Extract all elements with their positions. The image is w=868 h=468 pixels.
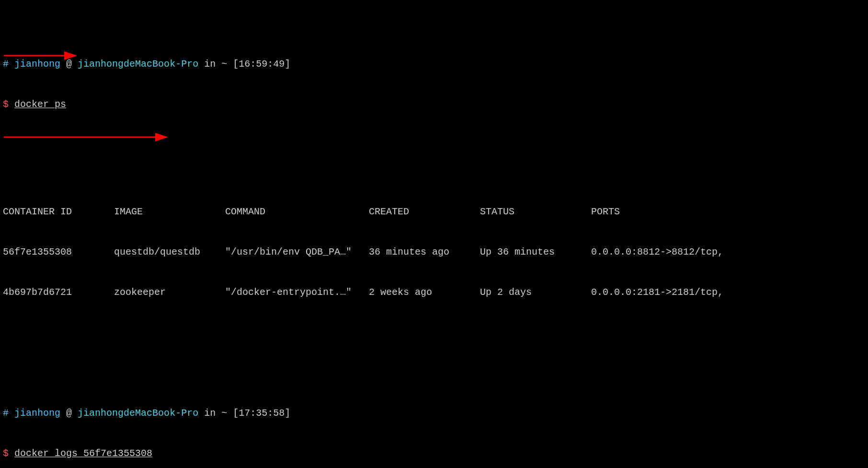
terminal-output[interactable]: # jianhong @ jianhongdeMacBook-Pro in ~ … (0, 0, 868, 468)
header-container-id: CONTAINER ID (3, 205, 114, 219)
prompt-dollar: $ (3, 448, 9, 459)
cell-status: Up 36 minutes (480, 246, 591, 259)
header-ports: PORTS (591, 205, 865, 219)
cell-ports: 0.0.0.0:8812->8812/tcp, (591, 246, 865, 259)
blank-line (3, 339, 865, 353)
cell-id: 56f7e1355308 (3, 246, 114, 259)
prompt-at: @ (66, 408, 72, 419)
annotation-arrow-1 (4, 24, 85, 87)
prompt-user: jianhong (14, 408, 60, 419)
cell-created: 36 minutes ago (369, 246, 480, 259)
cell-command: "/docker-entrypoint.…" (225, 286, 369, 299)
cell-status: Up 2 days (480, 286, 591, 299)
prompt-in: in (204, 408, 216, 419)
command-line-1: $ docker ps (3, 98, 865, 111)
prompt-hash: # (3, 58, 9, 70)
prompt-time: [17:35:58] (233, 408, 290, 419)
cell-id: 4b697b7d6721 (3, 286, 114, 299)
prompt-user: jianhong (14, 58, 60, 70)
prompt-cwd: ~ (221, 58, 227, 70)
command-text: docker logs 56f7e1355308 (14, 448, 152, 459)
table-row: 4b697b7d6721zookeeper"/docker-entrypoint… (3, 286, 865, 299)
command-line-2: $ docker logs 56f7e1355308 (3, 447, 865, 460)
cell-image: questdb/questdb (114, 246, 225, 259)
prompt-in: in (204, 58, 216, 70)
table-row: 56f7e1355308questdb/questdb"/usr/bin/env… (3, 246, 865, 259)
docker-ps-header: CONTAINER IDIMAGECOMMANDCREATEDSTATUSPOR… (3, 205, 865, 219)
cell-ports: 0.0.0.0:2181->2181/tcp, (591, 286, 865, 299)
prompt-line-1: # jianhong @ jianhongdeMacBook-Pro in ~ … (3, 58, 865, 71)
header-image: IMAGE (114, 205, 225, 219)
header-command: COMMAND (225, 205, 369, 219)
cell-command: "/usr/bin/env QDB_PA…" (225, 246, 369, 259)
prompt-line-2: # jianhong @ jianhongdeMacBook-Pro in ~ … (3, 407, 865, 420)
cell-created: 2 weeks ago (369, 286, 480, 299)
prompt-cwd: ~ (221, 408, 227, 419)
header-created: CREATED (369, 205, 480, 219)
prompt-dollar: $ (3, 99, 9, 110)
prompt-time: [16:59:49] (233, 58, 290, 70)
command-text: docker ps (14, 99, 66, 110)
annotation-arrow-2 (4, 105, 176, 169)
cell-image: zookeeper (114, 286, 225, 299)
prompt-host: jianhongdeMacBook-Pro (78, 408, 198, 419)
prompt-at: @ (66, 58, 72, 70)
prompt-hash: # (3, 408, 9, 419)
header-status: STATUS (480, 205, 591, 219)
prompt-host: jianhongdeMacBook-Pro (78, 58, 198, 70)
